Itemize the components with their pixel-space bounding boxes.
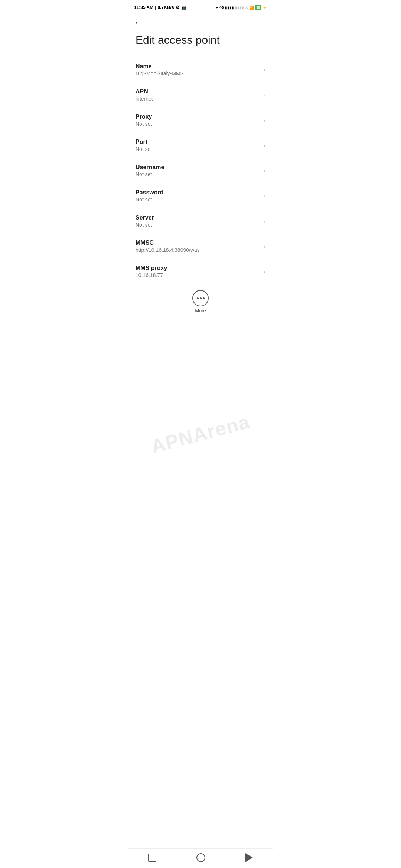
- settings-item-name[interactable]: NameDigi-Mobil-Italy-MMS›: [128, 57, 273, 82]
- more-dot-2: [200, 297, 202, 299]
- more-dot-3: [203, 297, 205, 299]
- chevron-right-icon-8: ›: [263, 268, 265, 276]
- no-signal-icon: ✕: [245, 6, 248, 10]
- settings-item-proxy[interactable]: ProxyNot set›: [128, 108, 273, 133]
- settings-item-mmsc[interactable]: MMSChttp://10.16.18.4:38090/was›: [128, 234, 273, 259]
- camera-icon: 📷: [181, 5, 187, 10]
- settings-item-password[interactable]: PasswordNot set›: [128, 183, 273, 208]
- chevron-right-icon-1: ›: [263, 91, 265, 99]
- settings-item-apn[interactable]: APNinternet›: [128, 82, 273, 108]
- settings-item-label-5: Password: [136, 189, 260, 196]
- settings-item-label-0: Name: [136, 63, 260, 70]
- settings-item-value-4: Not set: [136, 171, 260, 177]
- settings-icon: ⚙: [176, 5, 180, 10]
- battery-indicator: 38: [255, 5, 261, 10]
- settings-item-server[interactable]: ServerNot set›: [128, 208, 273, 234]
- settings-item-value-8: 10.16.18.77: [136, 272, 260, 278]
- settings-item-value-3: Not set: [136, 146, 260, 152]
- settings-item-content-8: MMS proxy10.16.18.77: [136, 265, 260, 278]
- settings-item-content-6: ServerNot set: [136, 214, 260, 228]
- status-right: ✦ 4G ▮▮▮▮ ▮▮▮▮ ✕ 🛜 38 ⚡: [215, 5, 267, 10]
- separator: |: [155, 5, 156, 10]
- settings-item-label-7: MMSC: [136, 240, 260, 246]
- settings-item-value-0: Digi-Mobil-Italy-MMS: [136, 70, 260, 76]
- settings-item-content-5: PasswordNot set: [136, 189, 260, 203]
- settings-item-label-3: Port: [136, 139, 260, 145]
- settings-item-value-1: internet: [136, 96, 260, 102]
- more-circle-icon: [192, 290, 209, 306]
- settings-item-content-0: NameDigi-Mobil-Italy-MMS: [136, 63, 260, 76]
- status-bar: 11:35 AM | 0.7KB/s ⚙ 📷 ✦ 4G ▮▮▮▮ ▮▮▮▮ ✕ …: [128, 0, 273, 13]
- settings-item-label-8: MMS proxy: [136, 265, 260, 272]
- back-arrow-icon: ←: [134, 18, 142, 27]
- settings-item-content-2: ProxyNot set: [136, 114, 260, 127]
- page-title: Edit access point: [128, 30, 273, 57]
- network-speed: 0.7KB/s: [158, 5, 174, 10]
- back-button[interactable]: ←: [128, 13, 273, 30]
- settings-item-content-3: PortNot set: [136, 139, 260, 152]
- chevron-right-icon-2: ›: [263, 116, 265, 124]
- settings-item-value-2: Not set: [136, 121, 260, 127]
- time: 11:35 AM: [134, 5, 153, 10]
- chevron-right-icon-3: ›: [263, 142, 265, 149]
- chevron-right-icon-0: ›: [263, 66, 265, 74]
- settings-item-label-2: Proxy: [136, 114, 260, 120]
- more-button[interactable]: More: [128, 284, 273, 316]
- signal-bars2-icon: ▮▮▮▮: [235, 6, 244, 10]
- status-left: 11:35 AM | 0.7KB/s ⚙ 📷: [134, 5, 187, 10]
- settings-list: NameDigi-Mobil-Italy-MMS›APNinternet›Pro…: [128, 57, 273, 284]
- signal-4g-icon: 4G: [219, 6, 224, 9]
- more-label: More: [195, 308, 206, 313]
- more-dot-1: [197, 297, 199, 299]
- chevron-right-icon-6: ›: [263, 217, 265, 225]
- settings-item-value-6: Not set: [136, 222, 260, 228]
- chevron-right-icon-7: ›: [263, 243, 265, 250]
- signal-bars-icon: ▮▮▮▮: [225, 6, 234, 10]
- settings-item-value-7: http://10.16.18.4:38090/was: [136, 247, 260, 253]
- settings-item-label-1: APN: [136, 88, 260, 95]
- settings-item-username[interactable]: UsernameNot set›: [128, 158, 273, 183]
- charging-icon: ⚡: [263, 6, 267, 10]
- settings-item-label-4: Username: [136, 164, 260, 171]
- settings-item-mms-proxy[interactable]: MMS proxy10.16.18.77›: [128, 259, 273, 284]
- settings-item-content-4: UsernameNot set: [136, 164, 260, 177]
- settings-item-port[interactable]: PortNot set›: [128, 133, 273, 158]
- settings-item-label-6: Server: [136, 214, 260, 221]
- settings-item-value-5: Not set: [136, 197, 260, 203]
- chevron-right-icon-5: ›: [263, 192, 265, 200]
- settings-item-content-1: APNinternet: [136, 88, 260, 102]
- settings-item-content-7: MMSChttp://10.16.18.4:38090/was: [136, 240, 260, 253]
- wifi-icon: 🛜: [249, 6, 254, 10]
- chevron-right-icon-4: ›: [263, 167, 265, 175]
- bluetooth-icon: ✦: [215, 6, 218, 10]
